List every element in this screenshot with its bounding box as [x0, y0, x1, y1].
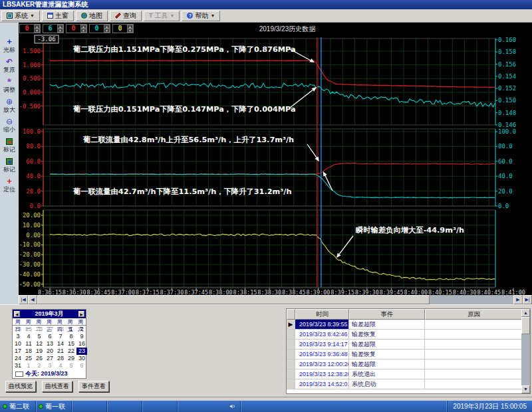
- event-row[interactable]: 2019/3/23 14:52:01系统启动: [287, 379, 530, 389]
- calendar-day[interactable]: 3: [13, 333, 23, 340]
- speaker-icon[interactable]: [229, 403, 236, 410]
- spinner-down-icon[interactable]: ▼: [127, 29, 133, 33]
- spinner-down-icon[interactable]: ▼: [104, 29, 110, 33]
- calendar-next-button[interactable]: ▶: [78, 311, 84, 317]
- calendar-day[interactable]: 7: [55, 333, 66, 340]
- calendar-day[interactable]: 3: [45, 362, 55, 369]
- taskbar-station-1[interactable]: 葡二联: [0, 401, 36, 412]
- curve-offset-spinner-1[interactable]: 0▲▼: [19, 24, 41, 33]
- taskbar-station-2[interactable]: 葡一联: [36, 401, 72, 412]
- calendar-day[interactable]: 15: [66, 340, 76, 348]
- calendar-day[interactable]: 25: [23, 355, 34, 362]
- calendar-day[interactable]: 24: [13, 326, 23, 333]
- calendar-day[interactable]: 1: [66, 326, 76, 333]
- calendar-day[interactable]: 4: [23, 333, 34, 340]
- spinner-down-icon[interactable]: ▼: [34, 29, 40, 33]
- spinner-down-icon[interactable]: ▼: [80, 29, 86, 33]
- curve-offset-spinner-4[interactable]: 0▲▼: [89, 24, 110, 33]
- calendar-day[interactable]: 31: [13, 362, 23, 369]
- calendar-day[interactable]: 10: [13, 340, 23, 348]
- curve-offset-spinner-3[interactable]: 0▲▼: [66, 24, 87, 33]
- weekday-label: 周五: [65, 318, 76, 325]
- scroll-down-icon[interactable]: ▼: [521, 385, 530, 393]
- tool-adjust[interactable]: *调整: [1, 77, 18, 97]
- undo-icon: ↶: [6, 58, 13, 66]
- curve-offset-spinner-5[interactable]: 0▲▼: [112, 24, 134, 33]
- calendar-day[interactable]: 27: [45, 355, 55, 362]
- event-row[interactable]: 2019/3/23 9:14:17输差超限: [287, 340, 530, 350]
- calendar-day[interactable]: 1: [23, 362, 34, 369]
- calendar-day[interactable]: 20: [45, 348, 55, 355]
- menu-item-1[interactable]: 系统▼: [1, 11, 40, 21]
- scroll-up-icon[interactable]: ▲: [521, 309, 530, 317]
- tool-zoom-in[interactable]: ⊕放大: [1, 97, 18, 117]
- calendar-day[interactable]: 13: [45, 340, 55, 348]
- calendar-day[interactable]: 25: [23, 326, 34, 333]
- scroll-left-icon[interactable]: ◀: [28, 295, 37, 304]
- tool-cursor-crosshair[interactable]: +光标: [1, 37, 18, 57]
- calendar-day[interactable]: 4: [55, 362, 66, 369]
- spinner-down-icon[interactable]: ▼: [57, 29, 63, 33]
- calendar-day[interactable]: 16: [76, 340, 87, 348]
- calendar-day[interactable]: 23: [76, 348, 87, 355]
- event-row[interactable]: 2019/3/23 9:36:48输差恢复: [287, 350, 530, 360]
- svg-text:100.0: 100.0: [498, 128, 516, 135]
- calendar-day[interactable]: 19: [34, 348, 45, 355]
- calendar-day[interactable]: 12: [34, 340, 45, 348]
- vscroll-thumb[interactable]: [521, 317, 530, 334]
- calendar-day[interactable]: 5: [34, 333, 45, 340]
- tool-mark-red[interactable]: 标记: [1, 137, 18, 157]
- calendar-day[interactable]: 2: [76, 326, 87, 333]
- calendar-day[interactable]: 14: [55, 340, 66, 348]
- column-header-1[interactable]: 时间: [295, 309, 349, 320]
- menu-item-2[interactable]: 主窗: [42, 11, 74, 21]
- menu-item-3[interactable]: 地图: [76, 11, 108, 21]
- tool-undo[interactable]: ↶复原: [1, 57, 18, 77]
- calendar-day[interactable]: 9: [76, 333, 87, 340]
- curve-view-button[interactable]: 曲线查看: [42, 381, 72, 392]
- calendar-day[interactable]: 22: [66, 348, 76, 355]
- header-marker-cell[interactable]: [287, 309, 295, 320]
- scroll-home-icon[interactable]: |◀: [19, 295, 28, 304]
- calendar-day[interactable]: 28: [55, 326, 66, 333]
- event-view-button[interactable]: 事件查看: [78, 381, 109, 392]
- calendar-day[interactable]: 29: [66, 355, 76, 362]
- calendar-day[interactable]: 28: [55, 355, 66, 362]
- tool-mark-blue[interactable]: 标记: [1, 157, 18, 177]
- menu-item-4[interactable]: 查询: [110, 11, 142, 21]
- tool-locate[interactable]: +定位: [1, 177, 18, 197]
- menu-item-6[interactable]: ?帮助▼: [182, 11, 220, 21]
- chart-hscrollbar[interactable]: |◀ ◀ ▶ ▶|: [19, 295, 532, 304]
- event-row[interactable]: 2019/3/23 8:42:46输差恢复: [287, 330, 530, 340]
- calendar-day[interactable]: 21: [55, 348, 66, 355]
- zoom-out-icon: ⊖: [6, 118, 13, 126]
- calendar-day[interactable]: 18: [23, 348, 34, 355]
- calendar-prev-button[interactable]: ◀: [14, 311, 20, 317]
- calendar-day[interactable]: 2: [34, 362, 45, 369]
- calendar-day[interactable]: 17: [13, 348, 23, 355]
- calendar-day[interactable]: 24: [13, 355, 23, 362]
- calendar-day[interactable]: 8: [66, 333, 76, 340]
- calendar-day[interactable]: 6: [76, 362, 87, 369]
- calendar-day[interactable]: 27: [45, 326, 55, 333]
- curve-preview-button[interactable]: 曲线预览: [5, 381, 36, 392]
- column-header-2[interactable]: 事件: [349, 309, 425, 320]
- event-table-vscrollbar[interactable]: ▲ ▼: [521, 309, 530, 393]
- calendar-day[interactable]: 26: [34, 355, 45, 362]
- event-row[interactable]: ▶2019/3/23 8:39:55输差超限: [287, 320, 530, 330]
- scroll-right-icon[interactable]: ▶: [513, 295, 523, 304]
- calendar-day[interactable]: 5: [66, 362, 76, 369]
- event-row[interactable]: 2019/3/23 12:00:26输差超限: [287, 360, 530, 369]
- calendar-day[interactable]: 11: [23, 340, 34, 348]
- scroll-end-icon[interactable]: ▶|: [523, 295, 532, 304]
- calendar-day[interactable]: 6: [45, 333, 55, 340]
- event-row[interactable]: 2019/3/23 12:38:26系统退出: [287, 369, 530, 379]
- trend-chart[interactable]: 1.5001.0000.5000.000-0.5000.1600.1580.15…: [19, 35, 532, 295]
- curve-offset-spinner-2[interactable]: 6▲▼: [43, 24, 64, 33]
- menu-item-5[interactable]: T工具▼: [144, 11, 180, 21]
- tool-zoom-out[interactable]: ⊖缩小: [1, 117, 18, 137]
- calendar-day[interactable]: 30: [76, 355, 87, 362]
- column-header-3[interactable]: 原因: [425, 309, 523, 320]
- scroll-thumb[interactable]: [37, 295, 430, 304]
- calendar-day[interactable]: 26: [34, 326, 45, 333]
